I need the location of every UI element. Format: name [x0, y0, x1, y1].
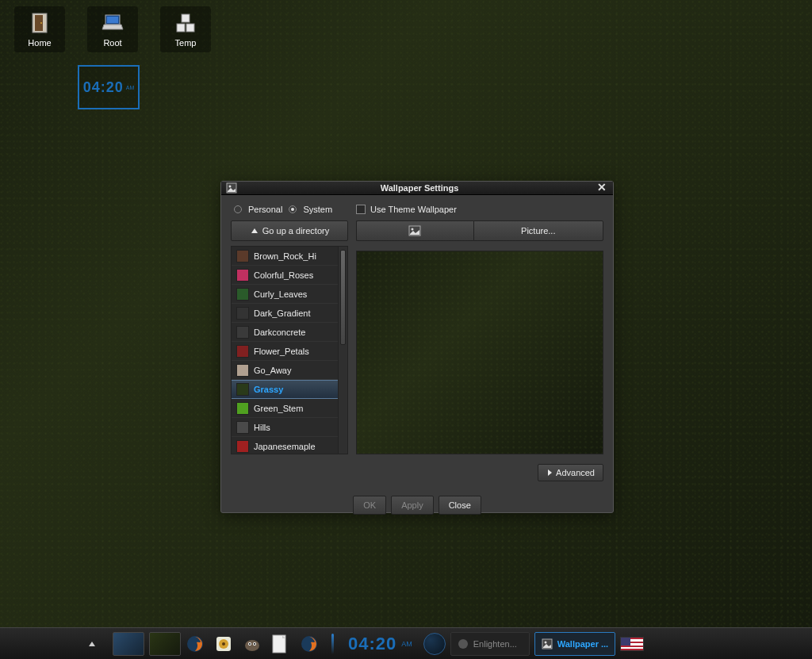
- svg-point-15: [222, 642, 225, 646]
- file-item[interactable]: Hills: [232, 418, 338, 437]
- file-thumbnail: [236, 402, 249, 415]
- file-item[interactable]: Colorful_Roses: [232, 266, 338, 285]
- document-launcher[interactable]: [271, 634, 295, 654]
- taskbar-task-wallpaper[interactable]: Wallpaper ...: [534, 632, 615, 656]
- file-label: Go_Away: [254, 366, 292, 375]
- file-label: Japanesemaple: [254, 442, 316, 451]
- file-item[interactable]: Brown_Rock_Hi: [232, 247, 338, 266]
- file-item[interactable]: Green_Stem: [232, 399, 338, 418]
- show-desktop-button[interactable]: [87, 640, 108, 648]
- file-thumbnail: [236, 383, 249, 396]
- wallpaper-icon: [542, 638, 553, 649]
- file-item[interactable]: Darkconcrete: [232, 323, 338, 342]
- gimp-launcher[interactable]: [243, 634, 266, 653]
- door-icon: [28, 11, 52, 35]
- dialog-title: Wallpaper Settings: [243, 183, 596, 193]
- advanced-button[interactable]: Advanced: [538, 464, 603, 481]
- radio-personal-label: Personal: [248, 205, 282, 214]
- taskbar-separator: [331, 634, 334, 654]
- file-item[interactable]: Flower_Petals: [232, 342, 338, 361]
- ok-button[interactable]: OK: [353, 496, 386, 515]
- clock-time: 04:20: [83, 79, 124, 96]
- file-thumbnail: [236, 345, 249, 358]
- file-thumbnail: [236, 307, 249, 320]
- svg-point-20: [254, 643, 255, 645]
- go-up-button[interactable]: Go up a directory: [231, 220, 348, 241]
- taskbar-clock[interactable]: 04:20 AM: [342, 634, 419, 654]
- advanced-label: Advanced: [556, 468, 595, 477]
- desktop-icon-root[interactable]: Root: [87, 6, 138, 52]
- audio-launcher[interactable]: [214, 634, 238, 653]
- taskbar: 04:20 AM Enlighten... Wallpaper ...: [0, 627, 812, 659]
- titlebar[interactable]: Wallpaper Settings ✕: [221, 182, 613, 195]
- file-thumbnail: [236, 250, 249, 262]
- radio-personal[interactable]: [234, 205, 242, 213]
- boxes-icon: [174, 11, 197, 35]
- firefox-launcher[interactable]: [186, 634, 209, 653]
- taskbar-task-enlighten[interactable]: Enlighten...: [450, 632, 530, 656]
- svg-point-23: [458, 639, 468, 649]
- pager-workspace-1[interactable]: [113, 632, 144, 656]
- file-label: Green_Stem: [254, 404, 303, 413]
- desktop-icon-label: Temp: [175, 38, 197, 48]
- file-item[interactable]: Curly_Leaves: [232, 285, 338, 304]
- desktop-icon-home[interactable]: Home: [14, 6, 65, 52]
- picture-button[interactable]: Picture...: [356, 220, 603, 241]
- desktop-icon-temp[interactable]: Temp: [160, 6, 211, 52]
- svg-point-25: [544, 641, 546, 643]
- app-icon: [458, 638, 469, 649]
- close-icon[interactable]: ✕: [596, 182, 608, 194]
- firefox-launcher-2[interactable]: [300, 634, 324, 653]
- svg-point-19: [249, 643, 251, 645]
- wallpaper-preview: [356, 251, 603, 454]
- close-button[interactable]: Close: [439, 496, 481, 515]
- radio-system[interactable]: [289, 205, 297, 213]
- file-label: Flower_Petals: [254, 347, 309, 356]
- pager-workspace-2[interactable]: [149, 632, 181, 656]
- chevron-up-icon: [250, 227, 259, 235]
- clock-ampm: AM: [126, 85, 135, 90]
- file-thumbnail: [236, 269, 249, 282]
- desktop-clock-widget[interactable]: 04:20 AM: [78, 65, 140, 109]
- file-thumbnail: [236, 421, 249, 434]
- dialog-body: Personal System Go up a directory Use Th…: [221, 195, 613, 488]
- go-up-label: Go up a directory: [262, 226, 329, 236]
- dialog-footer: OK Apply Close: [221, 488, 613, 524]
- start-menu-button[interactable]: [423, 633, 446, 655]
- use-theme-checkbox[interactable]: [356, 205, 366, 214]
- us-flag-icon: [620, 637, 644, 651]
- file-label: Curly_Leaves: [254, 289, 307, 299]
- svg-point-9: [229, 186, 232, 188]
- taskbar-clock-time: 04:20: [348, 634, 396, 654]
- file-label: Brown_Rock_Hi: [254, 251, 316, 261]
- wallpaper-settings-dialog: Wallpaper Settings ✕ Personal System Go …: [220, 181, 614, 513]
- svg-point-11: [412, 228, 414, 231]
- use-theme-row: Use Theme Wallpaper: [356, 203, 603, 216]
- file-label: Colorful_Roses: [254, 270, 313, 280]
- scroll-thumb[interactable]: [340, 250, 346, 345]
- svg-point-2: [40, 22, 42, 24]
- file-item[interactable]: Dark_Gradient: [232, 304, 338, 323]
- apply-button[interactable]: Apply: [391, 496, 434, 515]
- file-thumbnail: [236, 440, 249, 453]
- svg-rect-7: [186, 24, 194, 32]
- wallpaper-icon: [226, 182, 237, 193]
- use-theme-label: Use Theme Wallpaper: [370, 205, 457, 214]
- file-item[interactable]: Go_Away: [232, 361, 338, 380]
- taskbar-clock-ampm: AM: [401, 640, 412, 648]
- keyboard-layout-flag[interactable]: [620, 637, 644, 651]
- file-item[interactable]: Japanesemaple: [232, 437, 338, 454]
- laptop-icon: [101, 11, 124, 35]
- file-item[interactable]: Grassy: [232, 380, 338, 399]
- source-radio-group: Personal System: [231, 203, 348, 216]
- file-thumbnail: [236, 364, 249, 377]
- desktop-icons: Home Root Temp: [14, 6, 211, 52]
- file-label: Darkconcrete: [254, 328, 305, 337]
- file-thumbnail: [236, 326, 249, 339]
- picture-icon: [356, 220, 473, 241]
- desktop-icon-label: Home: [28, 38, 51, 48]
- scrollbar[interactable]: [338, 247, 347, 454]
- picture-label: Picture...: [521, 226, 555, 236]
- svg-rect-6: [177, 24, 185, 32]
- file-label: Hills: [254, 423, 270, 432]
